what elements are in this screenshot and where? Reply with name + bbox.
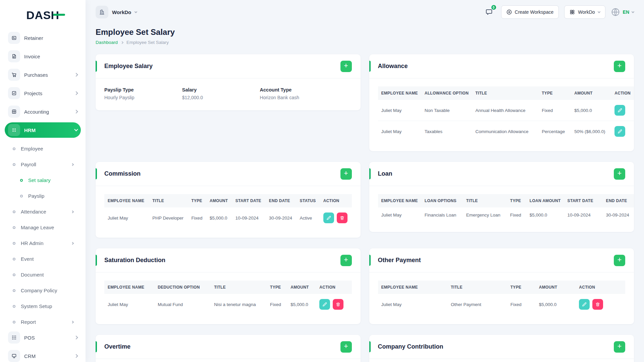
- breadcrumb-dashboard-link[interactable]: Dashboard: [96, 40, 118, 45]
- other-payment-card: Other Payment + EMPLOYEE NAME TITLE TYPE…: [369, 248, 634, 324]
- cell-amount: 50% ($6,000.0): [571, 121, 611, 142]
- app-logo[interactable]: DASH: [5, 0, 81, 30]
- delete-button[interactable]: [592, 299, 603, 310]
- chevron-right-icon: [74, 354, 78, 358]
- sidebar-item-label: Payroll: [21, 162, 66, 167]
- language-switcher[interactable]: EN: [611, 7, 634, 17]
- plus-circle-icon: [506, 9, 512, 15]
- col-title: TITLE: [472, 86, 538, 100]
- company-contribution-card: Company Contribution +: [369, 335, 634, 362]
- bullet-icon: [13, 226, 15, 229]
- sidebar-item-system-setup[interactable]: System Setup: [5, 298, 81, 314]
- add-allowance-button[interactable]: +: [614, 61, 625, 72]
- delete-button[interactable]: [337, 213, 347, 223]
- add-overtime-button[interactable]: +: [340, 341, 352, 353]
- field-payslip-type: Payslip Type Hourly Payslip: [104, 87, 182, 100]
- card-header: Employee Salary +: [96, 54, 361, 78]
- col-end-date: END DATE: [266, 194, 297, 207]
- sidebar-item-hr-admin[interactable]: HR Admin: [5, 235, 81, 251]
- edit-button[interactable]: [614, 105, 625, 116]
- saturation-deduction-table-zone: EMPLOYEE NAME DEDUCTION OPTION TITLE TYP…: [96, 273, 361, 324]
- col-title: TITLE: [149, 194, 188, 207]
- sidebar-item-purchases[interactable]: Purchases: [5, 67, 81, 82]
- create-workspace-button[interactable]: Create Workspace: [501, 5, 559, 19]
- cell-title: PHP Developer: [149, 207, 188, 228]
- cell-option: Financials Loan: [421, 207, 463, 223]
- employee-salary-card: Employee Salary + Payslip Type Hourly Pa…: [96, 54, 361, 110]
- hrm-icon: [8, 124, 20, 136]
- chevron-down-icon: [74, 127, 78, 131]
- bullet-icon: [13, 289, 15, 292]
- delete-button[interactable]: [333, 299, 343, 310]
- col-start-date: START DATE: [564, 194, 603, 207]
- bullet-icon: [13, 274, 15, 276]
- edit-button[interactable]: [323, 213, 334, 223]
- bullet-icon: [13, 210, 15, 213]
- chevron-right-icon: [71, 242, 74, 244]
- apps-menu-button[interactable]: WorkDo: [564, 5, 605, 19]
- field-label: Salary: [182, 87, 260, 93]
- sidebar-item-label: Event: [21, 256, 81, 262]
- field-salary: Salary $12,000.0: [182, 87, 260, 100]
- sidebar-item-event[interactable]: Event: [5, 251, 81, 267]
- workspace-switcher[interactable]: WorkDo: [96, 6, 137, 18]
- col-deduction-option: DEDUCTION OPTION: [154, 281, 211, 294]
- page-title: Employee Set Salary: [96, 27, 634, 37]
- add-loan-button[interactable]: +: [614, 168, 625, 180]
- trash-icon: [595, 302, 600, 307]
- edit-button[interactable]: [319, 299, 330, 310]
- sidebar-item-document[interactable]: Document: [5, 267, 81, 283]
- chevron-right-icon: [74, 110, 78, 113]
- table-header-row: EMPLOYEE NAME TITLE TYPE AMOUNT ACTION: [378, 281, 626, 294]
- card-header: Saturation Deduction +: [96, 248, 361, 273]
- add-other-payment-button[interactable]: +: [614, 255, 625, 266]
- col-allowance-option: ALLOWANCE OPTION: [421, 86, 472, 100]
- sidebar-item-accounting[interactable]: Accounting: [5, 104, 81, 119]
- sidebar-item-payslip[interactable]: Payslip: [5, 188, 81, 204]
- chevron-right-icon: [121, 41, 123, 44]
- messages-button[interactable]: 0: [482, 5, 496, 19]
- col-employee-name: EMPLOYEE NAME: [378, 194, 421, 207]
- sidebar-item-pos[interactable]: POS: [5, 330, 81, 345]
- col-loan-amount: LOAN AMOUNT: [526, 194, 564, 207]
- cell-type: Fixed: [267, 294, 287, 315]
- edit-button[interactable]: [579, 299, 590, 310]
- sidebar-item-label: Accounting: [24, 109, 71, 115]
- sidebar-item-hrm[interactable]: HRM: [5, 122, 81, 138]
- create-workspace-label: Create Workspace: [515, 9, 554, 15]
- sidebar-item-payroll[interactable]: Payroll: [5, 157, 81, 172]
- cell-employee: Juliet May: [378, 121, 421, 142]
- sidebar-item-employee[interactable]: Employee: [5, 141, 81, 157]
- card-title: Commission: [104, 170, 340, 177]
- add-employee-salary-button[interactable]: +: [340, 61, 352, 72]
- col-type: TYPE: [538, 86, 571, 100]
- sidebar-item-report[interactable]: Report: [5, 314, 81, 330]
- sidebar: DASH Retainer Invoice Purchases Projects…: [0, 0, 86, 362]
- sidebar-item-crm[interactable]: CRM: [5, 348, 81, 362]
- sidebar-item-manage-leave[interactable]: Manage Leave: [5, 220, 81, 235]
- sidebar-item-attendance[interactable]: Attendance: [5, 204, 81, 220]
- cell-end-date: 30-09-2024: [266, 207, 297, 228]
- add-commission-button[interactable]: +: [340, 168, 352, 180]
- apps-menu-label: WorkDo: [578, 9, 595, 15]
- sidebar-item-set-salary[interactable]: Set salary: [5, 172, 81, 188]
- pencil-icon: [582, 302, 587, 307]
- cell-employee: Juliet May: [378, 207, 421, 223]
- add-company-contribution-button[interactable]: +: [614, 341, 625, 353]
- col-amount: AMOUNT: [287, 281, 316, 294]
- sidebar-item-retainer[interactable]: Retainer: [5, 30, 81, 46]
- messages-badge: 0: [491, 4, 497, 10]
- sidebar-item-invoice[interactable]: Invoice: [5, 49, 81, 64]
- sidebar-item-label: Report: [21, 319, 66, 325]
- sidebar-item-company-policy[interactable]: Company Policy: [5, 283, 81, 298]
- commission-table-zone: EMPLOYEE NAME TITLE TYPE AMOUNT START DA…: [96, 186, 361, 238]
- sidebar-item-projects[interactable]: Projects: [5, 85, 81, 101]
- sidebar-item-label: POS: [24, 335, 71, 341]
- table-header-row: EMPLOYEE NAME TITLE TYPE AMOUNT START DA…: [104, 194, 352, 207]
- edit-button[interactable]: [614, 126, 625, 137]
- add-saturation-deduction-button[interactable]: +: [340, 255, 352, 266]
- table-header-row: EMPLOYEE NAME LOAN OPTIONS TITLE TYPE LO…: [378, 194, 634, 207]
- logo-text: DASH: [26, 9, 59, 22]
- cell-start-date: 10-09-2024: [564, 207, 603, 223]
- topbar-actions: 0 Create Workspace WorkDo EN: [482, 5, 634, 19]
